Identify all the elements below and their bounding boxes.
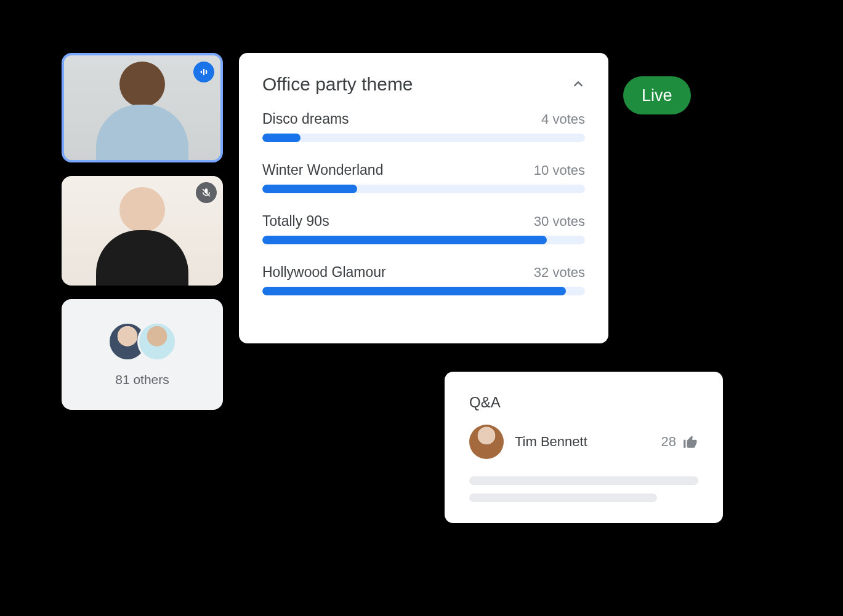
poll-bar-fill — [262, 287, 566, 295]
speaking-icon — [193, 62, 214, 82]
participant-tile[interactable] — [62, 176, 223, 286]
qa-author-name: Tim Bennett — [515, 434, 650, 450]
poll-option-votes: 32 votes — [534, 265, 585, 281]
qa-text-placeholder — [469, 476, 698, 485]
qa-title: Q&A — [469, 394, 698, 411]
participant-video-placeholder — [96, 55, 188, 162]
participant-tile[interactable] — [62, 53, 223, 162]
poll-option-votes: 4 votes — [541, 111, 585, 127]
poll-bar-fill — [262, 236, 547, 244]
chevron-up-icon[interactable] — [571, 78, 585, 91]
muted-icon — [196, 182, 217, 203]
poll-bar-track — [262, 236, 585, 244]
others-avatar-stack — [108, 322, 177, 361]
poll-bar-track — [262, 287, 585, 295]
poll-option[interactable]: Disco dreams4 votes — [262, 111, 585, 142]
poll-panel: Office party theme Disco dreams4 votesWi… — [239, 53, 608, 343]
poll-option-votes: 30 votes — [534, 214, 585, 230]
poll-option-label: Disco dreams — [262, 111, 349, 127]
poll-option-label: Totally 90s — [262, 213, 329, 230]
live-badge: Live — [623, 76, 691, 114]
poll-option[interactable]: Totally 90s30 votes — [262, 213, 585, 244]
thumbs-up-icon — [682, 434, 698, 450]
others-tile[interactable]: 81 others — [62, 299, 223, 410]
qa-upvote[interactable]: 28 — [661, 434, 698, 450]
qa-entry[interactable]: Tim Bennett 28 — [469, 425, 698, 459]
poll-option-label: Winter Wonderland — [262, 162, 383, 178]
poll-option[interactable]: Hollywood Glamour32 votes — [262, 264, 585, 295]
participant-tiles: 81 others — [62, 53, 223, 410]
svg-rect-0 — [201, 71, 202, 74]
poll-option-label: Hollywood Glamour — [262, 264, 386, 281]
live-label: Live — [642, 86, 672, 105]
poll-bar-track — [262, 185, 585, 193]
svg-rect-2 — [206, 70, 207, 74]
qa-text-placeholder — [469, 494, 657, 502]
svg-rect-1 — [203, 69, 204, 76]
poll-title: Office party theme — [262, 74, 413, 95]
avatar — [469, 425, 504, 459]
poll-option[interactable]: Winter Wonderland10 votes — [262, 162, 585, 193]
avatar — [137, 322, 177, 361]
poll-option-votes: 10 votes — [534, 162, 585, 178]
others-count: 81 others — [115, 372, 169, 387]
qa-like-count: 28 — [661, 434, 676, 450]
participant-video-placeholder — [96, 181, 188, 286]
poll-options-list: Disco dreams4 votesWinter Wonderland10 v… — [262, 111, 585, 295]
poll-bar-fill — [262, 134, 300, 142]
poll-bar-fill — [262, 185, 357, 193]
qa-card: Q&A Tim Bennett 28 — [445, 372, 723, 523]
poll-bar-track — [262, 134, 585, 142]
